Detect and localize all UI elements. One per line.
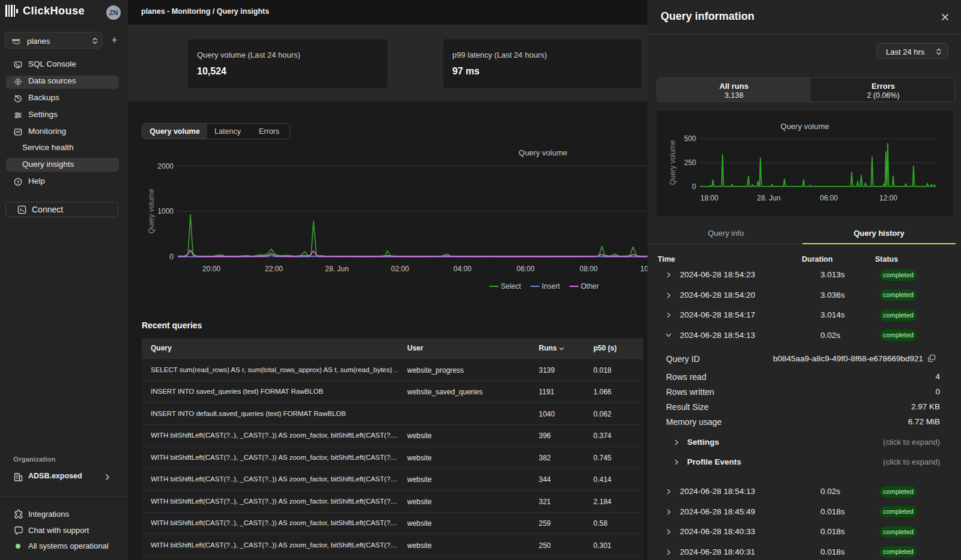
svg-text:?: ? (17, 179, 20, 185)
svg-text:250: 250 (684, 158, 696, 167)
svg-text:18:00: 18:00 (700, 194, 718, 202)
svg-text:2000: 2000 (157, 162, 174, 170)
svg-text:Query volume: Query volume (668, 140, 677, 185)
svg-text:12:00: 12:00 (879, 194, 897, 202)
svg-text:Query volume: Query volume (781, 122, 829, 131)
svg-text:aws: aws (12, 38, 20, 42)
svg-text:22:00: 22:00 (265, 265, 283, 273)
svg-text:02:00: 02:00 (391, 265, 409, 273)
svg-text:04:00: 04:00 (453, 265, 471, 273)
svg-text:08:00: 08:00 (580, 265, 598, 273)
svg-text:0: 0 (692, 182, 696, 191)
svg-text:Insert: Insert (542, 282, 560, 291)
svg-text:06:00: 06:00 (517, 265, 535, 273)
svg-text:Query volume: Query volume (519, 148, 568, 157)
svg-text:28. Jun: 28. Jun (325, 265, 348, 273)
svg-text:1000: 1000 (157, 207, 174, 215)
svg-text:20:00: 20:00 (202, 265, 220, 273)
svg-text:Other: Other (581, 282, 599, 291)
svg-text:06:00: 06:00 (820, 194, 838, 202)
svg-text:500: 500 (684, 134, 696, 143)
svg-text:0: 0 (169, 253, 174, 261)
svg-text:Query volume: Query volume (147, 188, 156, 233)
svg-text:28. Jun: 28. Jun (757, 194, 780, 202)
svg-text:Select: Select (501, 282, 521, 291)
svg-text:10:00: 10:00 (640, 265, 647, 273)
